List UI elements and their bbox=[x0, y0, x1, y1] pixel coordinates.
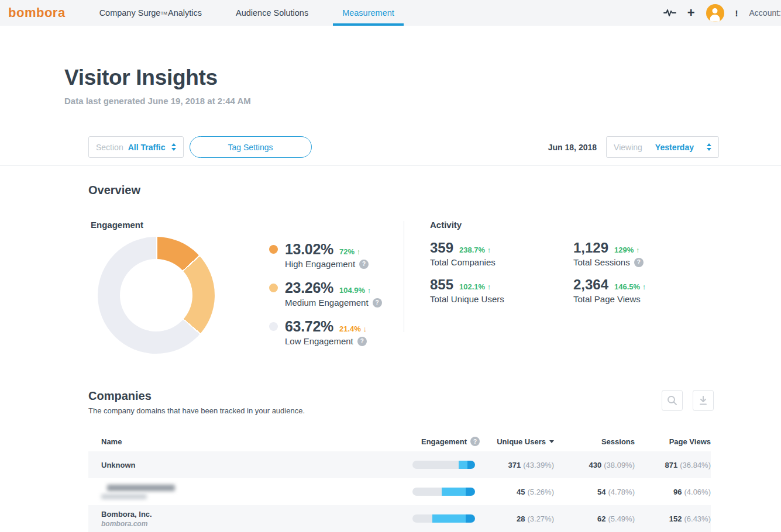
last-generated-timestamp: Data last generated June 19, 2018 at 2:4… bbox=[64, 96, 251, 106]
engagement-legend: 13.02% 72% ↑ High Engagement ? 23.26% 10… bbox=[269, 241, 382, 357]
table-row: 45(5.26%) 54(4.78%) 96(4.06%) bbox=[88, 478, 711, 505]
company-domain[interactable]: bombora.com bbox=[101, 520, 412, 528]
arrow-up-icon: ↑ bbox=[357, 247, 361, 256]
add-icon[interactable]: + bbox=[687, 6, 695, 19]
arrow-up-icon: ↑ bbox=[367, 286, 371, 295]
nav-item-measurement[interactable]: Measurement bbox=[342, 0, 394, 26]
account-label[interactable]: Account: bbox=[749, 8, 781, 18]
section-divider bbox=[0, 165, 781, 166]
page-views-pct: (4.06%) bbox=[684, 488, 711, 496]
companies-subheading: The company domains that have been track… bbox=[88, 406, 305, 415]
overview-heading: Overview bbox=[88, 184, 140, 197]
viewing-select-value: Yesterday bbox=[655, 143, 694, 152]
legend-item-medium-engagement: 23.26% 104.9% ↑ Medium Engagement ? bbox=[269, 279, 382, 308]
table-row: Bombora, Inc. bombora.com 28(3.27%) 62(5… bbox=[88, 505, 711, 532]
high-engagement-change: 72% ↑ bbox=[339, 247, 360, 256]
column-header-sessions[interactable]: Sessions bbox=[554, 437, 635, 446]
sessions-value: 430 bbox=[589, 461, 602, 469]
filter-row: Section All Traffic Tag Settings Jun 18,… bbox=[88, 136, 719, 158]
stat-total-sessions: 1,129 129% ↑ Total Sessions ? bbox=[573, 240, 717, 267]
nav-item-audience-solutions[interactable]: Audience Solutions bbox=[236, 0, 308, 26]
stat-total-page-views: 2,364 146.5% ↑ Total Page Views bbox=[573, 277, 717, 304]
medium-engagement-dot bbox=[269, 284, 278, 292]
table-header-row: Name Engagement ? Unique Users Sessions … bbox=[88, 431, 711, 451]
section-select-value: All Traffic bbox=[128, 143, 166, 152]
column-header-name[interactable]: Name bbox=[88, 437, 412, 446]
help-icon[interactable]: ? bbox=[470, 437, 480, 446]
user-avatar[interactable] bbox=[706, 4, 724, 22]
search-button[interactable] bbox=[662, 390, 683, 411]
filter-right-group: Jun 18, 2018 Viewing Yesterday bbox=[548, 136, 719, 158]
column-header-unique-users[interactable]: Unique Users bbox=[488, 437, 554, 446]
alert-icon[interactable]: ! bbox=[735, 8, 738, 18]
sessions-value: 62 bbox=[597, 514, 605, 523]
total-page-views-change: 146.5% ↑ bbox=[614, 282, 646, 291]
top-nav: bombora Company SurgeTM Analytics Audien… bbox=[0, 0, 781, 26]
redacted-company-name bbox=[107, 485, 175, 491]
unique-users-value: 45 bbox=[517, 488, 525, 496]
engagement-donut[interactable] bbox=[98, 237, 215, 354]
company-name: Bombora, Inc. bbox=[101, 510, 412, 519]
engagement-bar bbox=[412, 514, 475, 523]
page-views-pct: (36.84%) bbox=[680, 461, 711, 469]
page-views-value: 152 bbox=[669, 514, 682, 523]
sessions-pct: (5.49%) bbox=[608, 514, 635, 523]
unique-users-value: 28 bbox=[517, 514, 525, 523]
activity-heading: Activity bbox=[430, 220, 462, 230]
engagement-bar bbox=[412, 461, 475, 469]
total-sessions-change: 129% ↑ bbox=[614, 246, 639, 254]
updown-arrows-icon bbox=[707, 143, 711, 151]
total-page-views-value: 2,364 bbox=[573, 277, 608, 293]
search-icon bbox=[666, 395, 678, 406]
download-button[interactable] bbox=[693, 390, 714, 411]
tag-settings-button[interactable]: Tag Settings bbox=[190, 136, 312, 158]
companies-heading: Companies bbox=[88, 389, 152, 403]
unique-users-pct: (43.39%) bbox=[523, 461, 554, 469]
arrow-down-icon: ↓ bbox=[363, 324, 367, 333]
legend-item-low-engagement: 63.72% 21.4% ↓ Low Engagement ? bbox=[269, 318, 382, 346]
total-page-views-label: Total Page Views bbox=[573, 294, 641, 304]
sessions-value: 54 bbox=[597, 488, 605, 496]
medium-engagement-label: Medium Engagement bbox=[285, 298, 369, 308]
nav-item-label-suffix: Analytics bbox=[168, 8, 202, 18]
total-sessions-value: 1,129 bbox=[573, 240, 608, 256]
arrow-up-icon: ↑ bbox=[642, 282, 646, 291]
medium-engagement-change: 104.9% ↑ bbox=[339, 286, 371, 295]
high-engagement-value: 13.02% bbox=[285, 241, 333, 258]
help-icon[interactable]: ? bbox=[359, 260, 369, 269]
help-icon[interactable]: ? bbox=[373, 298, 382, 308]
section-select[interactable]: Section All Traffic bbox=[88, 136, 184, 158]
bombora-logo[interactable]: bombora bbox=[8, 5, 66, 20]
total-unique-users-value: 855 bbox=[430, 277, 453, 293]
legend-item-high-engagement: 13.02% 72% ↑ High Engagement ? bbox=[269, 241, 382, 269]
viewing-select[interactable]: Viewing Yesterday bbox=[606, 136, 719, 158]
avatar-body-shape bbox=[710, 15, 720, 22]
stat-total-companies: 359 238.7% ↑ Total Companies bbox=[430, 240, 573, 267]
page-views-pct: (6.43%) bbox=[684, 514, 711, 523]
trademark-superscript: TM bbox=[160, 11, 167, 16]
activity-pulse-icon[interactable] bbox=[663, 8, 676, 18]
high-engagement-dot bbox=[269, 245, 278, 254]
help-icon[interactable]: ? bbox=[634, 258, 644, 267]
column-header-page-views[interactable]: Page Views bbox=[635, 437, 711, 446]
company-name: Unknown bbox=[101, 461, 412, 469]
stat-total-unique-users: 855 102.1% ↑ Total Unique Users bbox=[430, 277, 573, 304]
nav-item-label: Audience Solutions bbox=[236, 8, 308, 18]
viewing-select-label: Viewing bbox=[614, 143, 642, 152]
help-icon[interactable]: ? bbox=[357, 337, 367, 346]
sessions-pct: (4.78%) bbox=[608, 488, 635, 496]
table-row: Unknown 371(43.39%) 430(38.09%) 871(36.8… bbox=[88, 451, 711, 478]
nav-item-label: Measurement bbox=[342, 8, 394, 18]
column-header-engagement[interactable]: Engagement ? bbox=[412, 437, 488, 446]
arrow-up-icon: ↑ bbox=[487, 282, 491, 291]
arrow-up-icon: ↑ bbox=[636, 246, 640, 254]
total-companies-change: 238.7% ↑ bbox=[459, 246, 491, 254]
avatar-head-shape bbox=[713, 8, 718, 13]
nav-right-group: + ! Account: bbox=[663, 4, 781, 22]
nav-item-company-surge[interactable]: Company SurgeTM Analytics bbox=[99, 0, 202, 26]
arrow-up-icon: ↑ bbox=[487, 246, 491, 254]
current-date: Jun 18, 2018 bbox=[548, 143, 597, 152]
total-unique-users-label: Total Unique Users bbox=[430, 294, 504, 304]
vertical-divider bbox=[404, 221, 404, 332]
updown-arrows-icon bbox=[171, 143, 176, 151]
